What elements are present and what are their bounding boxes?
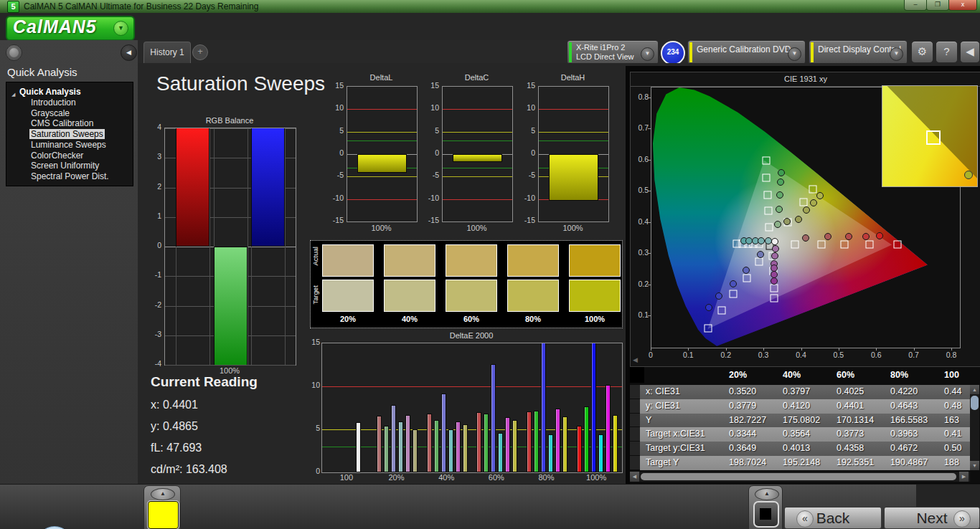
scroll-right-icon[interactable]: ▶	[959, 472, 969, 482]
deltae-bar	[391, 405, 396, 472]
display-control-dropdown[interactable]: Direct Display Control ▼	[809, 40, 908, 65]
target-marker	[894, 240, 902, 248]
workflow-tree: ◢Quick Analysis IntroductionGrayscaleCMS…	[6, 82, 133, 186]
target-marker	[791, 240, 799, 248]
chevron-down-icon[interactable]: ▼	[890, 47, 903, 61]
target-marker	[718, 307, 726, 315]
delta-bar	[453, 154, 502, 162]
sidebar-item-label: Introduction	[29, 97, 77, 108]
table-cell: 0.44	[944, 386, 961, 396]
sidebar-collapse-icon[interactable]: ◀	[121, 44, 137, 61]
vertical-scrollbar[interactable]: ▲▼	[970, 385, 979, 470]
window-titlebar: 5 CalMAN 5 CalMAN Ultimate for Business …	[0, 0, 980, 13]
measured-marker	[876, 232, 883, 239]
y-tick-label: 0	[518, 148, 535, 157]
sidebar-item-saturation-sweeps[interactable]: Saturation Sweeps	[6, 129, 133, 140]
target-marker	[840, 240, 848, 248]
swatch-target-40%	[384, 280, 435, 312]
chevron-down-icon[interactable]: ▼	[641, 47, 654, 61]
deltae-bar	[527, 411, 532, 472]
tree-root[interactable]: ◢Quick Analysis	[6, 87, 133, 97]
row-label: Y	[646, 415, 651, 425]
delta-bar	[357, 154, 407, 173]
group-label: 40%	[421, 473, 471, 482]
chart-title: CIE 1931 xy	[631, 75, 980, 83]
close-button[interactable]: x	[948, 0, 977, 11]
x-axis-label: 100%	[347, 224, 416, 232]
workflow-dropdown[interactable]: Generic Calibration DVD ▼	[687, 40, 806, 65]
reference-line	[539, 140, 608, 141]
y-tick-label: -5	[518, 171, 535, 179]
sidebar-item-cms-calibration[interactable]: CMS Calibration	[6, 118, 133, 129]
measured-marker	[776, 206, 783, 213]
deltae-bar	[577, 426, 582, 472]
tree-expander-icon[interactable]: ◢	[11, 89, 15, 100]
scrollbar-thumb[interactable]	[971, 396, 979, 410]
table-cell: 0.3344	[729, 429, 756, 439]
chevron-down-icon[interactable]: ▼	[788, 47, 801, 61]
table-cell: 0.3520	[729, 386, 756, 396]
read-target-button[interactable]	[753, 501, 779, 528]
horizontal-scrollbar[interactable]: ◀▶	[630, 472, 970, 482]
scroll-left-icon[interactable]: ◀	[633, 356, 638, 363]
x-tick-label: 0.8	[941, 351, 962, 359]
chart-title: DeltaC	[442, 73, 512, 82]
swatch-target-20%	[322, 280, 374, 312]
help-icon[interactable]: ?	[936, 41, 958, 63]
minimize-button[interactable]: –	[904, 0, 927, 11]
add-tab-button[interactable]: +	[192, 44, 208, 60]
back-chevron-icon: «	[796, 510, 814, 528]
workflow-dropdown-label: Generic Calibration DVD	[697, 44, 791, 54]
sidebar-item-screen-uniformity[interactable]: Screen Uniformity	[6, 161, 133, 171]
tab-history-1[interactable]: History 1	[143, 42, 191, 64]
y-tick-label: -1	[147, 270, 161, 279]
expand-up-icon[interactable]: ▲	[151, 488, 175, 500]
chart-title: DeltaL	[347, 73, 416, 82]
expand-up-icon[interactable]: ▲	[755, 488, 779, 500]
row-label: Target y:CIE31	[646, 443, 705, 453]
y-tick-label: -5	[422, 171, 439, 179]
deltae-bar	[548, 434, 553, 472]
y-tick-label: 5	[422, 126, 439, 135]
table-cell: 0.4120	[783, 401, 810, 411]
reference-line	[443, 140, 512, 141]
rgb-bar-green	[214, 247, 248, 365]
row-label: y: CIE31	[646, 401, 680, 411]
next-button[interactable]: Next »	[884, 507, 980, 529]
table-row: x: CIE310.35200.37970.40250.42200.44	[640, 385, 970, 399]
restore-button[interactable]: ❐	[926, 0, 949, 11]
calman-logo-button[interactable]: CalMAN5 ▼	[6, 16, 135, 41]
back-button[interactable]: « Back	[784, 507, 882, 529]
delta-c-chart: DeltaC151050-5-10-15100%	[422, 72, 515, 240]
sidebar-item-introduction[interactable]: Introduction	[6, 97, 133, 108]
scrollbar-thumb[interactable]	[641, 473, 956, 480]
sidebar-item-spectral-power-dist-[interactable]: Spectral Power Dist.	[6, 171, 133, 182]
meter-dropdown[interactable]: X-Rite i1Pro 2 LCD Direct View ▼	[567, 40, 659, 65]
y-tick-label: 0.6	[631, 155, 649, 163]
scroll-left-icon[interactable]: ◀	[630, 472, 639, 482]
deltae-bar	[534, 411, 539, 472]
sidebar-sphere-button[interactable]	[6, 44, 22, 61]
delta-bar	[549, 154, 598, 201]
row-label: Target x:CIE31	[646, 429, 705, 439]
table-cell: 0.4025	[837, 386, 864, 396]
y-tick	[648, 315, 651, 316]
deltae-bar	[434, 420, 439, 472]
sidebar-item-label: ColorChecker	[29, 151, 85, 161]
row-header-cell	[630, 385, 640, 399]
logo-dropdown-icon[interactable]: ▼	[113, 21, 128, 36]
scroll-up-icon[interactable]: ▲	[970, 385, 979, 394]
sidebar-item-grayscale[interactable]: Grayscale	[6, 108, 133, 119]
target-marker	[817, 240, 825, 248]
sidebar-item-luminance-sweeps[interactable]: Luminance Sweeps	[6, 140, 133, 151]
scroll-down-icon[interactable]: ▼	[970, 461, 979, 470]
chart-title: DeltaE 2000	[321, 331, 621, 340]
collapse-panel-icon[interactable]: ◀	[960, 41, 980, 63]
sidebar-item-colorchecker[interactable]: ColorChecker	[6, 151, 133, 161]
y-tick-label: 15	[518, 81, 535, 90]
sidebar-item-label: Luminance Sweeps	[29, 140, 108, 150]
target-marker	[764, 207, 772, 215]
settings-gear-icon[interactable]: ⚙	[911, 41, 933, 63]
x-tick-label: 0.4	[791, 351, 812, 359]
reference-line	[347, 132, 417, 133]
